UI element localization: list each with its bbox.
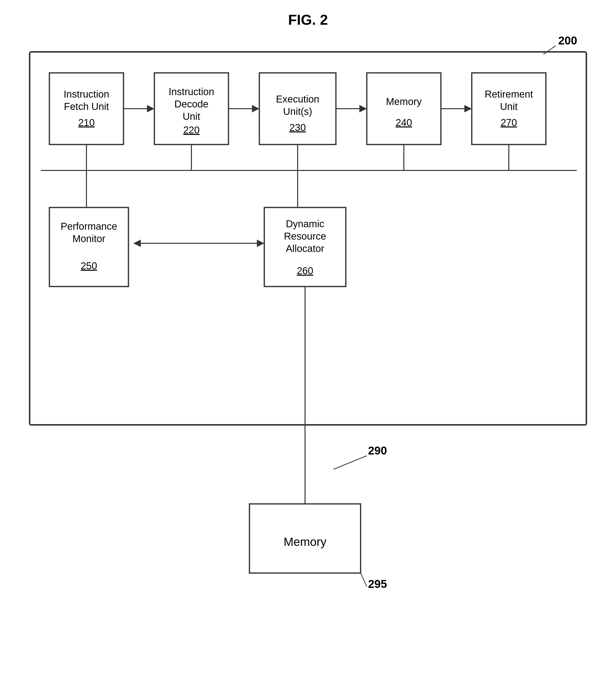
eu-box xyxy=(259,73,336,145)
dra-box xyxy=(264,207,346,286)
pm-box xyxy=(49,207,128,286)
dra-label-line3: Allocator xyxy=(286,243,324,254)
ifu-num: 210 xyxy=(78,117,95,128)
arrowhead-mem-ru xyxy=(464,105,472,112)
mem295-label: Memory xyxy=(284,535,326,548)
ru-box xyxy=(472,73,546,145)
arrowhead-dra-right xyxy=(257,239,264,247)
mem295-box xyxy=(250,504,361,573)
ru-num: 270 xyxy=(500,117,517,128)
ifu-box xyxy=(49,73,124,145)
idu-label-line3: Unit xyxy=(182,111,200,122)
pm-num: 250 xyxy=(81,260,97,271)
eu-label-line1: Execution xyxy=(276,94,319,104)
mem240-box xyxy=(367,73,441,145)
eu-num: 230 xyxy=(289,122,306,133)
fig-title: FIG. 2 xyxy=(288,11,328,28)
label-200-line xyxy=(543,46,556,54)
pm-label-line1: Performance xyxy=(61,221,117,232)
mem240-num: 240 xyxy=(396,117,412,128)
ru-label-line1: Retirement xyxy=(485,89,533,100)
ifu-label-line1: Instruction xyxy=(64,89,109,100)
label-290: 290 xyxy=(368,444,387,457)
idu-label-line1: Instruction xyxy=(169,86,214,97)
idu-label-line2: Decode xyxy=(174,99,208,109)
dra-label-line2: Resource xyxy=(284,231,326,242)
label-290-line xyxy=(333,456,367,469)
idu-num: 220 xyxy=(183,125,200,135)
dra-label-line1: Dynamic xyxy=(286,218,324,229)
arrowhead-pm-left xyxy=(133,239,141,247)
eu-label-line2: Unit(s) xyxy=(283,106,312,117)
idu-box xyxy=(154,73,229,145)
ru-label-line2: Unit xyxy=(500,101,517,112)
arrowhead-idu-eu xyxy=(252,105,259,112)
dra-num: 260 xyxy=(297,265,313,276)
label-295-line xyxy=(361,573,367,587)
mem240-label: Memory xyxy=(386,96,421,107)
label-295: 295 xyxy=(368,578,387,590)
pm-label-line2: Monitor xyxy=(72,233,105,244)
label-200: 200 xyxy=(558,34,577,47)
system-boundary xyxy=(30,52,586,425)
arrowhead-ifu-idu xyxy=(147,105,154,112)
ifu-label-line2: Fetch Unit xyxy=(64,101,109,112)
arrowhead-eu-mem xyxy=(359,105,367,112)
